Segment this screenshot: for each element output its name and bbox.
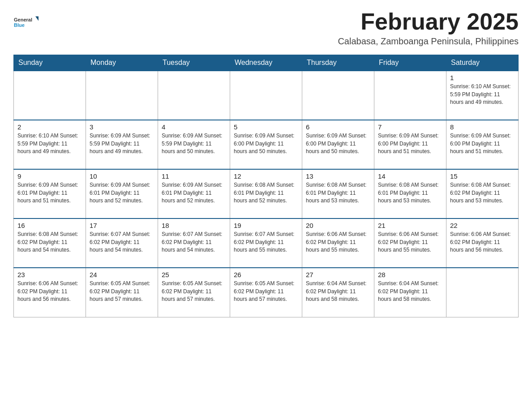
day-info: Sunrise: 6:09 AM Sunset: 6:00 PM Dayligh…	[234, 132, 298, 155]
table-row: 15Sunrise: 6:08 AM Sunset: 6:02 PM Dayli…	[446, 169, 519, 218]
col-monday: Monday	[86, 55, 158, 71]
day-number: 3	[90, 123, 154, 131]
day-number: 14	[378, 172, 442, 180]
table-row: 26Sunrise: 6:05 AM Sunset: 6:02 PM Dayli…	[230, 268, 302, 317]
table-row: 17Sunrise: 6:07 AM Sunset: 6:02 PM Dayli…	[86, 218, 158, 268]
table-row: 6Sunrise: 6:09 AM Sunset: 6:00 PM Daylig…	[302, 120, 374, 169]
day-info: Sunrise: 6:09 AM Sunset: 6:01 PM Dayligh…	[90, 181, 154, 205]
table-row: 7Sunrise: 6:09 AM Sunset: 6:00 PM Daylig…	[374, 120, 446, 169]
calendar-week-row: 9Sunrise: 6:09 AM Sunset: 6:01 PM Daylig…	[14, 169, 519, 218]
day-info: Sunrise: 6:06 AM Sunset: 6:02 PM Dayligh…	[306, 231, 370, 254]
day-number: 16	[17, 222, 82, 229]
page-subtitle: Calabasa, Zamboanga Peninsula, Philippin…	[338, 36, 519, 47]
table-row: 24Sunrise: 6:05 AM Sunset: 6:02 PM Dayli…	[86, 268, 158, 317]
table-row	[158, 71, 230, 120]
calendar-week-row: 16Sunrise: 6:08 AM Sunset: 6:02 PM Dayli…	[14, 218, 519, 268]
day-info: Sunrise: 6:08 AM Sunset: 6:02 PM Dayligh…	[17, 231, 82, 254]
calendar-week-row: 23Sunrise: 6:06 AM Sunset: 6:02 PM Dayli…	[14, 268, 519, 317]
day-info: Sunrise: 6:09 AM Sunset: 5:59 PM Dayligh…	[90, 132, 154, 155]
day-number: 7	[378, 123, 442, 131]
day-info: Sunrise: 6:06 AM Sunset: 6:02 PM Dayligh…	[17, 280, 82, 303]
table-row: 20Sunrise: 6:06 AM Sunset: 6:02 PM Dayli…	[302, 218, 374, 268]
day-info: Sunrise: 6:07 AM Sunset: 6:02 PM Dayligh…	[234, 231, 298, 254]
svg-text:General: General	[14, 17, 32, 22]
day-number: 10	[90, 172, 154, 180]
day-number: 11	[162, 172, 226, 180]
page-title: February 2025	[338, 9, 519, 34]
day-number: 6	[306, 123, 370, 131]
table-row: 14Sunrise: 6:08 AM Sunset: 6:01 PM Dayli…	[374, 169, 446, 218]
day-info: Sunrise: 6:06 AM Sunset: 6:02 PM Dayligh…	[450, 231, 515, 254]
day-info: Sunrise: 6:07 AM Sunset: 6:02 PM Dayligh…	[162, 231, 226, 254]
day-info: Sunrise: 6:05 AM Sunset: 6:02 PM Dayligh…	[90, 280, 154, 303]
table-row	[374, 71, 446, 120]
table-row: 13Sunrise: 6:08 AM Sunset: 6:01 PM Dayli…	[302, 169, 374, 218]
day-number: 20	[306, 222, 370, 229]
calendar-header-row: Sunday Monday Tuesday Wednesday Thursday…	[14, 55, 519, 71]
table-row: 4Sunrise: 6:09 AM Sunset: 5:59 PM Daylig…	[158, 120, 230, 169]
day-info: Sunrise: 6:10 AM Sunset: 5:59 PM Dayligh…	[17, 132, 82, 155]
table-row: 8Sunrise: 6:09 AM Sunset: 6:00 PM Daylig…	[446, 120, 519, 169]
day-info: Sunrise: 6:10 AM Sunset: 5:59 PM Dayligh…	[450, 83, 515, 106]
table-row: 19Sunrise: 6:07 AM Sunset: 6:02 PM Dayli…	[230, 218, 302, 268]
day-info: Sunrise: 6:08 AM Sunset: 6:01 PM Dayligh…	[378, 181, 442, 205]
day-info: Sunrise: 6:05 AM Sunset: 6:02 PM Dayligh…	[162, 280, 226, 303]
table-row: 10Sunrise: 6:09 AM Sunset: 6:01 PM Dayli…	[86, 169, 158, 218]
day-info: Sunrise: 6:08 AM Sunset: 6:01 PM Dayligh…	[306, 181, 370, 205]
day-number: 21	[378, 222, 442, 229]
table-row: 18Sunrise: 6:07 AM Sunset: 6:02 PM Dayli…	[158, 218, 230, 268]
svg-text:Blue: Blue	[14, 22, 25, 28]
day-number: 5	[234, 123, 298, 131]
table-row: 9Sunrise: 6:09 AM Sunset: 6:01 PM Daylig…	[14, 169, 86, 218]
day-info: Sunrise: 6:06 AM Sunset: 6:02 PM Dayligh…	[378, 231, 442, 254]
col-saturday: Saturday	[446, 55, 519, 71]
day-info: Sunrise: 6:07 AM Sunset: 6:02 PM Dayligh…	[90, 231, 154, 254]
day-info: Sunrise: 6:08 AM Sunset: 6:01 PM Dayligh…	[234, 181, 298, 205]
table-row: 25Sunrise: 6:05 AM Sunset: 6:02 PM Dayli…	[158, 268, 230, 317]
calendar-week-row: 1Sunrise: 6:10 AM Sunset: 5:59 PM Daylig…	[14, 71, 519, 120]
table-row: 12Sunrise: 6:08 AM Sunset: 6:01 PM Dayli…	[230, 169, 302, 218]
table-row: 28Sunrise: 6:04 AM Sunset: 6:02 PM Dayli…	[374, 268, 446, 317]
table-row: 23Sunrise: 6:06 AM Sunset: 6:02 PM Dayli…	[14, 268, 86, 317]
day-number: 9	[17, 172, 82, 180]
logo-svg: General Blue	[13, 9, 40, 34]
table-row: 1Sunrise: 6:10 AM Sunset: 5:59 PM Daylig…	[446, 71, 519, 120]
table-row: 3Sunrise: 6:09 AM Sunset: 5:59 PM Daylig…	[86, 120, 158, 169]
day-number: 28	[378, 271, 442, 278]
day-number: 23	[17, 271, 82, 278]
day-number: 8	[450, 123, 515, 131]
calendar-week-row: 2Sunrise: 6:10 AM Sunset: 5:59 PM Daylig…	[14, 120, 519, 169]
svg-marker-1	[35, 17, 39, 21]
day-info: Sunrise: 6:09 AM Sunset: 6:00 PM Dayligh…	[450, 132, 515, 155]
table-row: 21Sunrise: 6:06 AM Sunset: 6:02 PM Dayli…	[374, 218, 446, 268]
page-header: General Blue February 2025 Calabasa, Zam…	[13, 9, 519, 47]
title-block: February 2025 Calabasa, Zamboanga Penins…	[338, 9, 519, 47]
col-sunday: Sunday	[14, 55, 86, 71]
col-wednesday: Wednesday	[230, 55, 302, 71]
day-number: 26	[234, 271, 298, 278]
day-info: Sunrise: 6:09 AM Sunset: 6:01 PM Dayligh…	[17, 181, 82, 205]
calendar-table: Sunday Monday Tuesday Wednesday Thursday…	[13, 55, 519, 317]
table-row	[14, 71, 86, 120]
table-row	[86, 71, 158, 120]
day-number: 27	[306, 271, 370, 278]
day-number: 18	[162, 222, 226, 229]
table-row: 11Sunrise: 6:09 AM Sunset: 6:01 PM Dayli…	[158, 169, 230, 218]
day-info: Sunrise: 6:09 AM Sunset: 6:00 PM Dayligh…	[306, 132, 370, 155]
day-number: 12	[234, 172, 298, 180]
day-info: Sunrise: 6:04 AM Sunset: 6:02 PM Dayligh…	[306, 280, 370, 303]
day-number: 4	[162, 123, 226, 131]
day-number: 24	[90, 271, 154, 278]
day-number: 22	[450, 222, 515, 229]
day-number: 19	[234, 222, 298, 229]
day-number: 17	[90, 222, 154, 229]
logo: General Blue	[13, 9, 40, 34]
table-row: 16Sunrise: 6:08 AM Sunset: 6:02 PM Dayli…	[14, 218, 86, 268]
col-thursday: Thursday	[302, 55, 374, 71]
day-number: 2	[17, 123, 82, 131]
day-info: Sunrise: 6:08 AM Sunset: 6:02 PM Dayligh…	[450, 181, 515, 205]
day-info: Sunrise: 6:09 AM Sunset: 6:00 PM Dayligh…	[378, 132, 442, 155]
table-row: 27Sunrise: 6:04 AM Sunset: 6:02 PM Dayli…	[302, 268, 374, 317]
table-row: 2Sunrise: 6:10 AM Sunset: 5:59 PM Daylig…	[14, 120, 86, 169]
col-friday: Friday	[374, 55, 446, 71]
